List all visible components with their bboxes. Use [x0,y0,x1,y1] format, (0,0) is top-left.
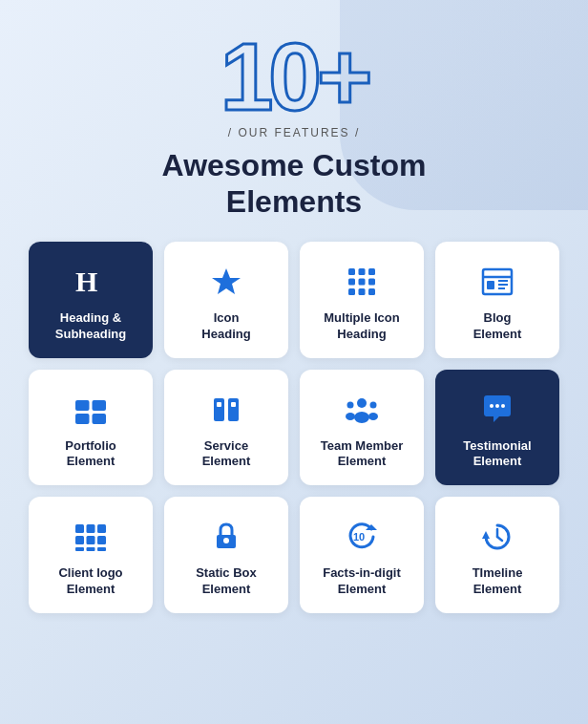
features-label: / OUR FEATURES / [228,126,360,139]
static-box-icon [207,518,245,556]
svg-rect-42 [97,547,106,551]
chat-icon [478,391,516,429]
svg-rect-40 [75,547,84,551]
card-label-icon-heading: Icon Heading [201,310,250,343]
svg-rect-20 [93,414,107,424]
svg-text:H: H [75,266,97,297]
svg-rect-6 [359,278,366,285]
svg-point-33 [501,404,505,408]
card-label-static-box-element: Static Box Element [196,565,257,598]
card-icon-heading[interactable]: Icon Heading [164,242,288,358]
elements-grid: HHeading & SubheadingIcon Heading Multip… [29,242,559,613]
card-testimonial-element[interactable]: Testimonial Element [435,370,559,486]
svg-rect-22 [228,398,239,421]
card-label-blog-element: Blog Element [473,310,522,343]
svg-marker-47 [482,531,490,539]
svg-rect-35 [87,524,95,533]
svg-point-29 [370,401,377,408]
card-label-service-element: Service Element [202,438,251,471]
section-title: Awesome Custom Elements [162,147,427,221]
grid-dots-icon [343,263,381,301]
svg-point-27 [347,401,354,408]
svg-rect-3 [359,268,366,275]
svg-rect-38 [87,536,95,544]
svg-point-28 [346,413,355,420]
svg-rect-23 [217,402,221,407]
star-icon [207,263,245,301]
card-service-element[interactable]: Service Element [164,370,288,486]
svg-rect-13 [487,281,494,289]
card-team-member-element[interactable]: Team Member Element [300,370,424,486]
card-heading-subheading[interactable]: HHeading & Subheading [29,242,153,358]
svg-point-32 [495,404,499,408]
svg-rect-17 [75,400,90,411]
team-icon [343,391,381,429]
svg-rect-41 [87,547,95,551]
svg-rect-24 [231,402,236,407]
svg-rect-2 [348,268,355,275]
card-label-team-member-element: Team Member Element [321,438,403,471]
hero-number: 10+ [220,29,368,124]
svg-text:10: 10 [353,531,365,543]
card-timeline-element[interactable]: TImeline Element [435,497,559,613]
card-client-logo-element[interactable]: Client logo Element [29,497,153,613]
svg-line-49 [497,537,502,541]
svg-rect-4 [368,268,375,275]
client-logo-icon [72,518,110,556]
svg-point-30 [368,413,378,420]
blog-icon [478,263,516,301]
svg-rect-18 [93,400,107,411]
svg-rect-34 [75,524,84,533]
refresh-icon: 10 [343,518,381,556]
svg-rect-36 [97,524,106,533]
portfolio-icon [72,391,110,429]
card-multiple-icon-heading[interactable]: Multiple Icon Heading [300,242,424,358]
card-label-client-logo-element: Client logo Element [58,565,122,598]
card-label-multiple-icon-heading: Multiple Icon Heading [324,310,399,343]
svg-rect-21 [214,398,224,421]
svg-point-44 [223,538,229,543]
svg-rect-19 [75,414,90,424]
card-facts-in-digit-element[interactable]: 10 Facts-in-digit Element [300,497,424,613]
svg-rect-5 [348,278,355,285]
heading-icon: H [72,263,110,301]
card-label-testimonial-element: Testimonial Element [463,438,531,471]
svg-rect-10 [368,288,375,295]
card-label-timeline-element: TImeline Element [472,565,523,598]
svg-point-26 [354,412,369,423]
svg-rect-7 [368,278,375,285]
card-label-portfolio-element: Portfolio Element [65,438,116,471]
card-static-box-element[interactable]: Static Box Element [164,497,288,613]
card-label-heading-subheading: Heading & Subheading [55,310,126,343]
svg-point-31 [490,404,494,408]
svg-rect-8 [348,288,355,295]
service-icon [207,391,245,429]
card-portfolio-element[interactable]: Portfolio Element [29,370,153,486]
card-label-facts-in-digit-element: Facts-in-digit Element [323,565,401,598]
main-container: 10+ / OUR FEATURES / Awesome Custom Elem… [0,0,588,632]
svg-rect-37 [75,536,84,544]
svg-rect-39 [97,536,106,544]
svg-rect-9 [359,288,366,295]
svg-marker-1 [212,268,241,294]
svg-point-25 [357,398,367,408]
card-blog-element[interactable]: Blog Element [435,242,559,358]
timeline-icon [478,518,516,556]
